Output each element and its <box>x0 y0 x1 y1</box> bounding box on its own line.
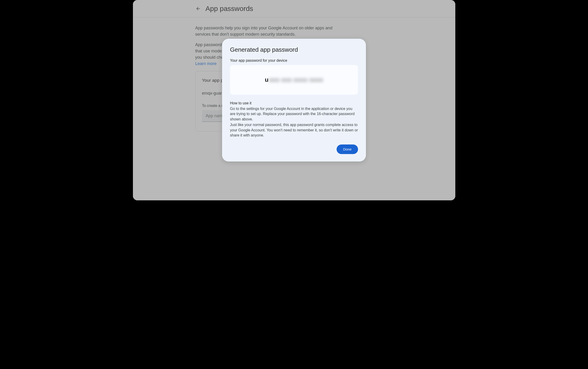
howto-heading: How to use it <box>230 101 358 105</box>
dialog-title: Generated app password <box>230 46 358 53</box>
generated-password-dialog: Generated app password Your app password… <box>222 39 366 162</box>
dialog-actions: Done <box>230 145 358 154</box>
generated-password-value: uxxx xxx xxxx xxxx <box>265 76 323 83</box>
howto-paragraph-2: Just like your normal password, this app… <box>230 123 358 138</box>
howto-paragraph-1: Go to the settings for your Google Accou… <box>230 106 358 122</box>
done-button[interactable]: Done <box>337 145 358 154</box>
dialog-subtitle: Your app password for your device <box>230 59 358 63</box>
password-display-box: uxxx xxx xxxx xxxx <box>230 65 358 95</box>
